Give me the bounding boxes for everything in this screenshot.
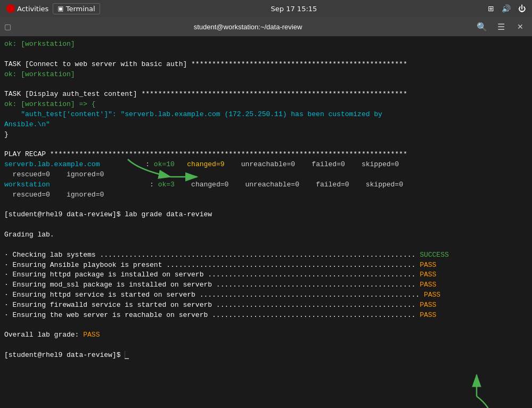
- terminal-icon: ▣: [58, 5, 63, 12]
- menu-button[interactable]: ☰: [494, 19, 509, 34]
- terminal-line: rescued=0 ignored=0: [4, 170, 528, 180]
- system-bar: Activities ▣ Terminal Sep 17 15:15 ⊞ 🔊 ⏻: [0, 0, 532, 17]
- menu-icon: ☰: [497, 22, 505, 32]
- terminal-line: · Checking lab systems .................…: [4, 250, 528, 260]
- titlebar-title: student@workstation:~/data-review: [21, 23, 474, 31]
- terminal-line: [4, 220, 528, 230]
- activities-label: Activities: [17, 5, 48, 13]
- terminal-line: [4, 140, 528, 150]
- terminal-line: [4, 79, 528, 89]
- terminal-line: rescued=0 ignored=0: [4, 190, 528, 200]
- system-bar-clock: Sep 17 15:15: [271, 5, 317, 13]
- terminal-line: [4, 321, 528, 331]
- terminal-line: ok: [workstation]: [4, 70, 528, 80]
- terminal-indicator[interactable]: ▣ Terminal: [53, 3, 100, 14]
- titlebar-controls: 🔍 ☰ ✕: [474, 19, 528, 34]
- volume-icon[interactable]: 🔊: [502, 4, 511, 13]
- terminal-line: Grading lab.: [4, 230, 528, 240]
- terminal-line: "auth_test['content']": "serverb.lab.exa…: [4, 110, 528, 120]
- terminal-line: PLAY RECAP *****************************…: [4, 150, 528, 160]
- terminal-line: · Ensuring firewalld service is started …: [4, 300, 528, 311]
- terminal-line: ok: [workstation]: [4, 39, 528, 50]
- close-button[interactable]: ✕: [513, 19, 528, 34]
- terminal-line: [4, 240, 528, 250]
- terminal-window: ▢ student@workstation:~/data-review 🔍 ☰ …: [0, 17, 532, 408]
- terminal-line: · Ensuring Ansible playbook is present .…: [4, 260, 528, 271]
- terminal-titlebar: ▢ student@workstation:~/data-review 🔍 ☰ …: [0, 17, 532, 36]
- terminal-line: [4, 340, 528, 350]
- terminal-line: [4, 200, 528, 210]
- terminal-app-label: Terminal: [66, 5, 95, 13]
- search-icon: 🔍: [477, 22, 487, 32]
- activities-icon: [6, 4, 15, 13]
- terminal-line: [4, 50, 528, 60]
- terminal-line: TASK [Display auth_test content] *******…: [4, 89, 528, 100]
- terminal-line: · Ensuring the web server is reachable o…: [4, 311, 528, 321]
- window-icon: ▢: [4, 22, 11, 31]
- terminal-line: serverb.lab.example.com : ok=10 changed=…: [4, 160, 528, 170]
- terminal-line: ok: [workstation] => {: [4, 100, 528, 110]
- activities-button[interactable]: Activities: [6, 4, 48, 13]
- terminal-line: [student@rhel9 data-review]$ lab grade d…: [4, 210, 528, 220]
- network-icon[interactable]: ⊞: [488, 4, 494, 13]
- terminal-line: TASK [Connect to web server with basic a…: [4, 60, 528, 70]
- terminal-prompt: [student@rhel9 data-review]$ █: [4, 350, 528, 361]
- terminal-line: Overall lab grade: PASS: [4, 330, 528, 340]
- terminal-body: ok: [workstation] TASK [Connect to web s…: [0, 36, 532, 408]
- terminal-line: }: [4, 130, 528, 140]
- terminal-line: · Ensuring httpd package is installed on…: [4, 270, 528, 280]
- system-bar-left: Activities ▣ Terminal: [6, 3, 100, 14]
- terminal-line: · Ensuring mod_ssl package is installed …: [4, 280, 528, 290]
- system-bar-right: ⊞ 🔊 ⏻: [488, 4, 526, 13]
- close-icon: ✕: [517, 22, 523, 31]
- terminal-line: workstation : ok=3 changed=0 unreachable…: [4, 180, 528, 190]
- terminal-content[interactable]: ok: [workstation] TASK [Connect to web s…: [0, 36, 532, 364]
- terminal-line: Ansible.\n": [4, 120, 528, 130]
- terminal-line: · Ensuring httpd service is started on s…: [4, 290, 528, 300]
- titlebar-left: ▢: [4, 22, 21, 31]
- power-icon[interactable]: ⏻: [518, 4, 526, 13]
- search-button[interactable]: 🔍: [474, 19, 489, 34]
